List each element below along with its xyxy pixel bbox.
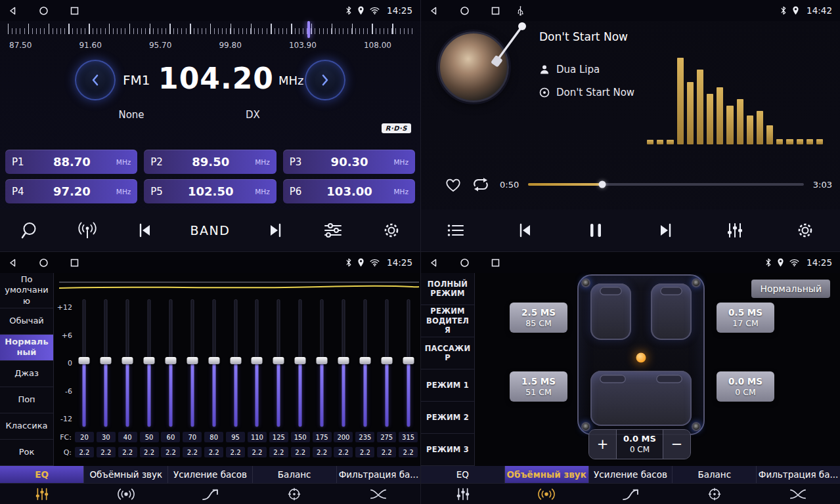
slider-knob[interactable] xyxy=(144,357,155,364)
radio-preset-p5[interactable]: P5102.50MHz xyxy=(144,179,276,203)
repeat-button[interactable] xyxy=(471,177,491,192)
audio-tab-eq[interactable]: EQ xyxy=(0,466,84,483)
bass-tab-icon[interactable] xyxy=(588,484,673,504)
slider-knob[interactable] xyxy=(230,357,241,364)
tune-down-button[interactable] xyxy=(75,60,116,100)
next-station-button[interactable] xyxy=(262,222,288,238)
slider-knob[interactable] xyxy=(187,357,198,364)
audio-tab-filter[interactable]: Фильтрация ба... xyxy=(337,466,420,483)
soundfield-mode[interactable]: РЕЖИМ 2 xyxy=(421,402,474,434)
eq-preset-item[interactable]: Рок xyxy=(0,440,53,466)
settings-button[interactable] xyxy=(378,221,405,240)
eq-band-slider[interactable] xyxy=(139,299,160,427)
slider-knob[interactable] xyxy=(381,357,392,364)
speaker-delay-rear-right[interactable]: 0.0 MS0 CM xyxy=(717,371,774,402)
surround-tab-icon[interactable] xyxy=(84,484,168,504)
radio-preset-p1[interactable]: P188.70MHz xyxy=(5,150,137,174)
eq-preset-item[interactable]: По умолчанию xyxy=(0,273,53,308)
tune-up-button[interactable] xyxy=(305,60,345,100)
soundfield-mode[interactable]: ПАССАЖИР xyxy=(421,337,474,369)
slider-knob[interactable] xyxy=(359,357,370,364)
eq-band-slider[interactable] xyxy=(333,299,355,427)
eq-band-slider[interactable] xyxy=(225,299,246,427)
audio-tab-balance[interactable]: Баланс xyxy=(253,466,337,483)
eq-band-slider[interactable] xyxy=(203,299,225,427)
eq-band-slider[interactable] xyxy=(268,299,290,427)
slider-knob[interactable] xyxy=(165,357,176,364)
slider-knob[interactable] xyxy=(403,357,414,364)
slider-knob[interactable] xyxy=(338,357,349,364)
eq-band-slider[interactable] xyxy=(376,299,397,427)
eq-band-slider[interactable] xyxy=(74,299,95,427)
radio-preset-p4[interactable]: P497.20MHz xyxy=(5,179,137,203)
previous-track-button[interactable] xyxy=(512,222,539,238)
audio-tab-bass[interactable]: Усиление басов xyxy=(589,466,673,483)
slider-knob[interactable] xyxy=(295,357,306,364)
delay-decrease-button[interactable]: − xyxy=(663,430,690,459)
eq-band-slider[interactable] xyxy=(290,299,311,427)
slider-knob[interactable] xyxy=(100,357,112,364)
home-button[interactable] xyxy=(39,258,49,268)
slider-knob[interactable] xyxy=(79,357,90,364)
slider-knob[interactable] xyxy=(208,357,219,364)
eq-preset-item[interactable]: Обычай xyxy=(0,308,53,335)
slider-knob[interactable] xyxy=(317,357,328,364)
broadcast-button[interactable] xyxy=(74,221,100,240)
equalizer-button[interactable] xyxy=(722,222,748,238)
eq-band-slider[interactable] xyxy=(95,299,117,427)
radio-preset-p6[interactable]: P6103.00MHz xyxy=(283,179,415,203)
audio-tab-surround[interactable]: Объёмный звук xyxy=(505,466,589,483)
recents-button[interactable] xyxy=(491,6,500,16)
delay-increase-button[interactable]: + xyxy=(589,430,617,459)
audio-tab-balance[interactable]: Баланс xyxy=(673,466,757,483)
eq-preset-item[interactable]: Джаз xyxy=(0,361,53,387)
soundfield-mode[interactable]: РЕЖИМ 3 xyxy=(421,434,474,466)
eq-band-slider[interactable] xyxy=(354,299,376,427)
balance-tab-icon[interactable] xyxy=(673,484,757,504)
radio-preset-p2[interactable]: P289.50MHz xyxy=(144,150,276,174)
equalizer-button[interactable] xyxy=(320,222,346,238)
soundfield-mode[interactable]: РЕЖИМ 1 xyxy=(421,369,474,402)
eq-band-slider[interactable] xyxy=(117,299,139,427)
speaker-delay-rear-left[interactable]: 1.5 MS51 CM xyxy=(510,371,567,402)
speaker-delay-front-left[interactable]: 2.5 MS85 CM xyxy=(510,303,567,333)
pause-button[interactable] xyxy=(583,222,609,239)
home-button[interactable] xyxy=(460,6,470,16)
audio-tab-eq[interactable]: EQ xyxy=(421,466,505,483)
home-button[interactable] xyxy=(39,6,49,16)
surround-tab-icon[interactable] xyxy=(505,484,589,504)
back-button[interactable] xyxy=(8,258,18,268)
soundfield-mode[interactable]: РЕЖИМ ВОДИТЕЛЯ xyxy=(421,305,474,337)
eq-tab-icon[interactable] xyxy=(0,484,84,504)
eq-band-slider[interactable] xyxy=(181,299,203,427)
slider-knob[interactable] xyxy=(273,357,284,364)
filter-tab-icon[interactable] xyxy=(756,484,840,504)
band-button[interactable]: BAND xyxy=(190,223,231,238)
filter-tab-icon[interactable] xyxy=(336,484,420,504)
back-button[interactable] xyxy=(429,6,439,16)
back-button[interactable] xyxy=(8,6,18,16)
back-button[interactable] xyxy=(429,258,439,268)
next-track-button[interactable] xyxy=(652,222,678,238)
recents-button[interactable] xyxy=(491,258,500,268)
slider-knob[interactable] xyxy=(252,357,263,364)
soundfield-preset-button[interactable]: Нормальный xyxy=(751,280,830,298)
eq-band-slider[interactable] xyxy=(311,299,333,427)
frequency-scale[interactable] xyxy=(8,24,412,38)
settings-button[interactable] xyxy=(792,221,818,240)
home-button[interactable] xyxy=(460,258,470,268)
audio-tab-filter[interactable]: Фильтрация ба... xyxy=(757,466,840,483)
recents-button[interactable] xyxy=(70,6,79,16)
eq-band-slider[interactable] xyxy=(160,299,182,427)
radio-preset-p3[interactable]: P390.30MHz xyxy=(283,150,415,174)
progress-bar[interactable] xyxy=(528,183,804,186)
eq-band-slider[interactable] xyxy=(246,299,268,427)
playlist-button[interactable] xyxy=(443,222,469,238)
eq-preset-item[interactable]: Поп xyxy=(0,387,53,413)
favorite-button[interactable] xyxy=(445,177,462,192)
eq-band-slider[interactable] xyxy=(397,299,419,427)
eq-tab-icon[interactable] xyxy=(421,484,505,504)
previous-station-button[interactable] xyxy=(132,222,158,238)
eq-preset-item[interactable]: Нормальный xyxy=(0,335,53,361)
bass-tab-icon[interactable] xyxy=(168,484,252,504)
